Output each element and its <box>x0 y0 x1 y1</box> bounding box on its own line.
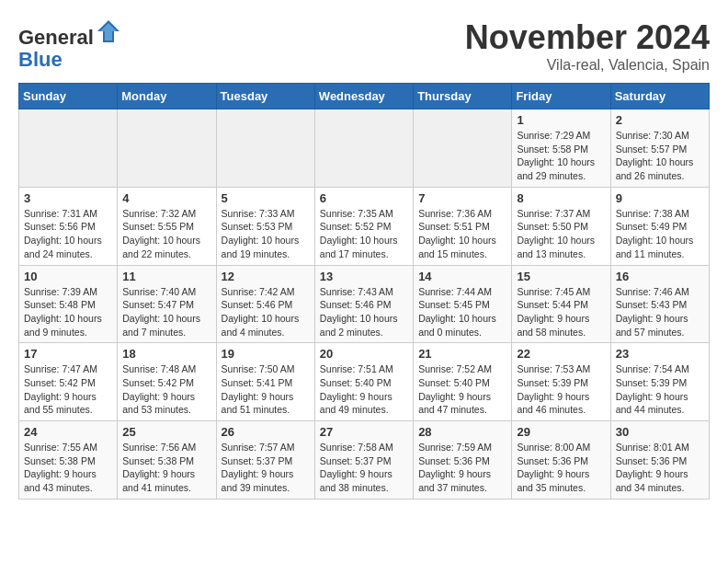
day-info: Sunrise: 7:45 AMSunset: 5:44 PMDaylight:… <box>517 285 605 339</box>
weekday-header-cell: Thursday <box>414 84 512 109</box>
day-info: Sunrise: 7:51 AMSunset: 5:40 PMDaylight:… <box>320 362 408 417</box>
calendar-day-cell <box>314 109 413 188</box>
calendar-day-cell: 30Sunrise: 8:01 AMSunset: 5:36 PMDayligh… <box>610 421 709 500</box>
weekday-header-cell: Tuesday <box>216 84 314 109</box>
day-number: 4 <box>122 191 210 205</box>
day-number: 12 <box>222 270 310 283</box>
day-number: 20 <box>320 347 408 361</box>
calendar-day-cell: 15Sunrise: 7:45 AMSunset: 5:44 PMDayligh… <box>512 265 610 343</box>
day-number: 30 <box>616 425 704 439</box>
day-info: Sunrise: 7:54 AMSunset: 5:39 PMDaylight:… <box>616 362 704 417</box>
day-info: Sunrise: 7:57 AMSunset: 5:37 PMDaylight:… <box>222 441 310 495</box>
day-info: Sunrise: 7:58 AMSunset: 5:37 PMDaylight:… <box>320 441 408 495</box>
day-info: Sunrise: 8:00 AMSunset: 5:36 PMDaylight:… <box>517 441 605 495</box>
calendar-day-cell: 2Sunrise: 7:30 AMSunset: 5:57 PMDaylight… <box>610 109 709 188</box>
day-info: Sunrise: 7:46 AMSunset: 5:43 PMDaylight:… <box>616 285 704 339</box>
calendar-day-cell <box>118 109 216 188</box>
svg-marker-1 <box>100 23 117 40</box>
weekday-header-cell: Wednesday <box>314 84 413 109</box>
logo-blue-text: Blue <box>18 48 63 71</box>
calendar-day-cell: 17Sunrise: 7:47 AMSunset: 5:42 PMDayligh… <box>19 343 118 421</box>
calendar-day-cell: 10Sunrise: 7:39 AMSunset: 5:48 PMDayligh… <box>19 265 118 343</box>
weekday-header-cell: Monday <box>118 84 216 109</box>
calendar-day-cell: 4Sunrise: 7:32 AMSunset: 5:55 PMDaylight… <box>118 187 216 265</box>
location-title: Vila-real, Valencia, Spain <box>465 57 710 74</box>
calendar-day-cell: 1Sunrise: 7:29 AMSunset: 5:58 PMDaylight… <box>512 109 610 188</box>
day-number: 23 <box>616 347 704 361</box>
calendar-day-cell: 18Sunrise: 7:48 AMSunset: 5:42 PMDayligh… <box>118 343 216 421</box>
day-number: 3 <box>24 191 112 205</box>
day-info: Sunrise: 7:40 AMSunset: 5:47 PMDaylight:… <box>122 285 210 339</box>
day-number: 24 <box>24 425 112 439</box>
calendar-day-cell: 3Sunrise: 7:31 AMSunset: 5:56 PMDaylight… <box>19 187 118 265</box>
calendar-day-cell: 23Sunrise: 7:54 AMSunset: 5:39 PMDayligh… <box>610 343 709 421</box>
calendar-day-cell: 28Sunrise: 7:59 AMSunset: 5:36 PMDayligh… <box>414 421 512 500</box>
logo-general-text: General <box>18 26 94 49</box>
calendar-day-cell: 13Sunrise: 7:43 AMSunset: 5:46 PMDayligh… <box>314 265 413 343</box>
day-info: Sunrise: 7:33 AMSunset: 5:53 PMDaylight:… <box>222 207 310 261</box>
calendar-header: SundayMondayTuesdayWednesdayThursdayFrid… <box>19 84 710 109</box>
calendar-day-cell <box>414 109 512 188</box>
day-number: 11 <box>122 270 210 283</box>
day-info: Sunrise: 7:59 AMSunset: 5:36 PMDaylight:… <box>418 441 506 495</box>
day-number: 26 <box>222 425 310 439</box>
calendar-day-cell: 14Sunrise: 7:44 AMSunset: 5:45 PMDayligh… <box>414 265 512 343</box>
day-info: Sunrise: 7:38 AMSunset: 5:49 PMDaylight:… <box>616 207 704 261</box>
month-title: November 2024 <box>465 18 710 57</box>
calendar-day-cell: 16Sunrise: 7:46 AMSunset: 5:43 PMDayligh… <box>610 265 709 343</box>
calendar-day-cell: 24Sunrise: 7:55 AMSunset: 5:38 PMDayligh… <box>19 421 118 500</box>
logo: General Blue <box>18 18 121 71</box>
calendar-day-cell: 7Sunrise: 7:36 AMSunset: 5:51 PMDaylight… <box>414 187 512 265</box>
day-info: Sunrise: 7:30 AMSunset: 5:57 PMDaylight:… <box>616 129 704 183</box>
weekday-header-cell: Saturday <box>610 84 709 109</box>
day-number: 16 <box>616 270 704 283</box>
day-number: 9 <box>616 191 704 205</box>
calendar-day-cell: 26Sunrise: 7:57 AMSunset: 5:37 PMDayligh… <box>216 421 314 500</box>
day-number: 29 <box>517 425 605 439</box>
day-number: 19 <box>222 347 310 361</box>
weekday-header-row: SundayMondayTuesdayWednesdayThursdayFrid… <box>19 84 710 109</box>
day-number: 17 <box>24 347 112 361</box>
calendar-week-row: 3Sunrise: 7:31 AMSunset: 5:56 PMDaylight… <box>19 187 710 265</box>
calendar-day-cell: 6Sunrise: 7:35 AMSunset: 5:52 PMDaylight… <box>314 187 413 265</box>
calendar-day-cell: 22Sunrise: 7:53 AMSunset: 5:39 PMDayligh… <box>512 343 610 421</box>
day-info: Sunrise: 7:39 AMSunset: 5:48 PMDaylight:… <box>24 285 112 339</box>
calendar-day-cell <box>216 109 314 188</box>
day-number: 7 <box>418 191 506 205</box>
calendar-day-cell: 9Sunrise: 7:38 AMSunset: 5:49 PMDaylight… <box>610 187 709 265</box>
day-info: Sunrise: 7:50 AMSunset: 5:41 PMDaylight:… <box>222 362 310 417</box>
day-number: 21 <box>418 347 506 361</box>
day-info: Sunrise: 7:52 AMSunset: 5:40 PMDaylight:… <box>418 362 506 417</box>
calendar-day-cell: 5Sunrise: 7:33 AMSunset: 5:53 PMDaylight… <box>216 187 314 265</box>
calendar-table: SundayMondayTuesdayWednesdayThursdayFrid… <box>18 83 710 500</box>
day-number: 5 <box>222 191 310 205</box>
day-info: Sunrise: 7:35 AMSunset: 5:52 PMDaylight:… <box>320 207 408 261</box>
calendar-day-cell: 19Sunrise: 7:50 AMSunset: 5:41 PMDayligh… <box>216 343 314 421</box>
day-number: 22 <box>517 347 605 361</box>
day-number: 18 <box>122 347 210 361</box>
day-number: 25 <box>122 425 210 439</box>
calendar-body: 1Sunrise: 7:29 AMSunset: 5:58 PMDaylight… <box>19 109 710 500</box>
day-number: 2 <box>616 113 704 127</box>
day-info: Sunrise: 7:44 AMSunset: 5:45 PMDaylight:… <box>418 285 506 339</box>
calendar-week-row: 10Sunrise: 7:39 AMSunset: 5:48 PMDayligh… <box>19 265 710 343</box>
day-number: 10 <box>24 270 112 283</box>
calendar-day-cell: 21Sunrise: 7:52 AMSunset: 5:40 PMDayligh… <box>414 343 512 421</box>
day-number: 15 <box>517 270 605 283</box>
calendar-week-row: 17Sunrise: 7:47 AMSunset: 5:42 PMDayligh… <box>19 343 710 421</box>
day-info: Sunrise: 7:31 AMSunset: 5:56 PMDaylight:… <box>24 207 112 261</box>
day-info: Sunrise: 7:55 AMSunset: 5:38 PMDaylight:… <box>24 441 112 495</box>
day-number: 6 <box>320 191 408 205</box>
day-info: Sunrise: 7:47 AMSunset: 5:42 PMDaylight:… <box>24 362 112 417</box>
logo-icon <box>96 18 121 44</box>
day-number: 14 <box>418 270 506 283</box>
day-number: 13 <box>320 270 408 283</box>
day-info: Sunrise: 8:01 AMSunset: 5:36 PMDaylight:… <box>616 441 704 495</box>
day-info: Sunrise: 7:29 AMSunset: 5:58 PMDaylight:… <box>517 129 605 183</box>
calendar-day-cell: 27Sunrise: 7:58 AMSunset: 5:37 PMDayligh… <box>314 421 413 500</box>
calendar-day-cell: 8Sunrise: 7:37 AMSunset: 5:50 PMDaylight… <box>512 187 610 265</box>
day-info: Sunrise: 7:48 AMSunset: 5:42 PMDaylight:… <box>122 362 210 417</box>
day-number: 28 <box>418 425 506 439</box>
calendar-day-cell: 29Sunrise: 8:00 AMSunset: 5:36 PMDayligh… <box>512 421 610 500</box>
calendar-day-cell: 12Sunrise: 7:42 AMSunset: 5:46 PMDayligh… <box>216 265 314 343</box>
